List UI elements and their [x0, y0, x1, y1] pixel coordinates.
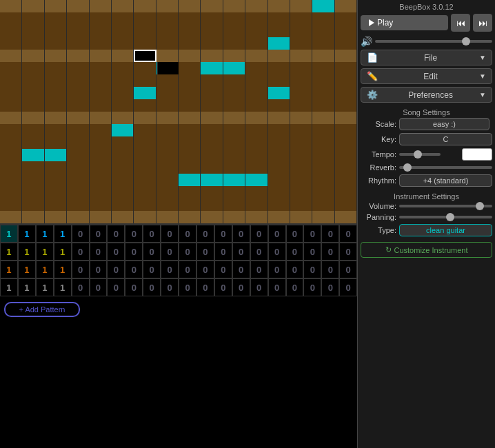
edit-dropdown[interactable]: ✏️ Edit ▼ [361, 68, 492, 84]
play-button[interactable]: Play [361, 15, 448, 30]
pattern-cell-1-18[interactable]: 0 [303, 225, 321, 243]
pattern-cell-3-20[interactable]: 0 [339, 261, 357, 278]
pattern-cell-3-19[interactable]: 0 [321, 261, 339, 278]
pattern-cell-4-6[interactable]: 0 [90, 278, 108, 296]
panning-slider[interactable] [399, 216, 492, 218]
track-row-4[interactable] [0, 37, 357, 50]
reverb-slider[interactable] [399, 166, 492, 169]
pattern-cell-3-9[interactable]: 0 [143, 261, 161, 278]
pattern-cell-1-16[interactable]: 0 [268, 225, 286, 243]
track-row-15[interactable] [0, 174, 357, 186]
pattern-cell-2-11[interactable]: 0 [179, 243, 196, 261]
pattern-cell-2-20[interactable]: 0 [339, 243, 357, 261]
track-row-6[interactable] [0, 62, 357, 74]
pattern-cell-4-19[interactable]: 0 [321, 278, 339, 296]
pattern-cell-2-13[interactable]: 0 [214, 243, 232, 261]
track-row-1[interactable] [0, 0, 357, 12]
pattern-cell-2-7[interactable]: 0 [107, 243, 125, 261]
pattern-cell-1-20[interactable]: 0 [339, 225, 357, 243]
pattern-cell-3-4[interactable]: 1 [54, 261, 72, 278]
pattern-cell-2-8[interactable]: 0 [125, 243, 143, 261]
pattern-cell-2-12[interactable]: 0 [196, 243, 214, 261]
track-row-8[interactable] [0, 87, 357, 99]
pattern-cell-4-17[interactable]: 0 [286, 278, 304, 296]
pattern-cell-2-2[interactable]: 1 [18, 243, 36, 261]
pattern-cell-1-19[interactable]: 0 [321, 225, 339, 243]
pattern-cell-2-18[interactable]: 0 [303, 243, 321, 261]
pattern-cell-3-14[interactable]: 0 [232, 261, 250, 278]
pattern-cell-4-11[interactable]: 0 [179, 278, 196, 296]
pattern-cell-1-4[interactable]: 1 [54, 225, 72, 243]
pattern-cell-2-6[interactable]: 0 [90, 243, 108, 261]
key-select[interactable]: C [399, 133, 492, 145]
pattern-cell-4-3[interactable]: 1 [36, 278, 54, 296]
pattern-cell-1-11[interactable]: 0 [179, 225, 196, 243]
pattern-cell-4-16[interactable]: 0 [268, 278, 286, 296]
pattern-cell-1-3[interactable]: 1 [36, 225, 54, 243]
pattern-cell-1-15[interactable]: 0 [250, 225, 268, 243]
pattern-cell-3-3[interactable]: 1 [36, 261, 54, 278]
pattern-cell-1-6[interactable]: 0 [90, 225, 108, 243]
track-row-7[interactable] [0, 74, 357, 87]
tempo-slider[interactable] [399, 153, 441, 156]
pattern-cell-3-15[interactable]: 0 [250, 261, 268, 278]
pattern-cell-3-7[interactable]: 0 [107, 261, 125, 278]
pattern-cell-4-8[interactable]: 0 [125, 278, 143, 296]
pattern-cell-1-10[interactable]: 0 [161, 225, 179, 243]
pattern-cell-3-5[interactable]: 0 [72, 261, 90, 278]
instrument-volume-slider[interactable] [399, 205, 492, 207]
pattern-cell-3-6[interactable]: 0 [90, 261, 108, 278]
pattern-cell-1-2[interactable]: 1 [18, 225, 36, 243]
track-row-18[interactable] [0, 211, 357, 223]
pattern-cell-1-5[interactable]: 0 [72, 225, 90, 243]
next-button[interactable]: ⏭ [473, 14, 492, 32]
pattern-cell-4-4[interactable]: 1 [54, 278, 72, 296]
pattern-cell-1-9[interactable]: 0 [143, 225, 161, 243]
pattern-cell-3-18[interactable]: 0 [303, 261, 321, 278]
pattern-cell-3-2[interactable]: 1 [18, 261, 36, 278]
pattern-cell-1-8[interactable]: 0 [125, 225, 143, 243]
pattern-cell-1-14[interactable]: 0 [232, 225, 250, 243]
pattern-cell-1-12[interactable]: 0 [196, 225, 214, 243]
pattern-cell-4-1[interactable]: 1 [0, 278, 18, 296]
pattern-cell-2-10[interactable]: 0 [161, 243, 179, 261]
track-row-10[interactable] [0, 112, 357, 124]
pattern-cell-1-13[interactable]: 0 [214, 225, 232, 243]
tempo-input[interactable]: 150 [462, 148, 492, 161]
track-row-3[interactable] [0, 25, 357, 37]
prev-button[interactable]: ⏮ [451, 14, 470, 32]
pattern-cell-3-11[interactable]: 0 [179, 261, 196, 278]
master-volume-slider[interactable] [375, 40, 492, 43]
track-row-14[interactable] [0, 161, 357, 174]
pattern-cell-2-15[interactable]: 0 [250, 243, 268, 261]
pattern-cell-3-12[interactable]: 0 [196, 261, 214, 278]
track-row-5[interactable] [0, 50, 357, 62]
pattern-cell-4-14[interactable]: 0 [232, 278, 250, 296]
pattern-cell-2-17[interactable]: 0 [286, 243, 304, 261]
track-row-12[interactable] [0, 136, 357, 149]
track-row-2[interactable] [0, 12, 357, 25]
track-row-11[interactable] [0, 124, 357, 136]
pattern-cell-3-16[interactable]: 0 [268, 261, 286, 278]
add-pattern-button[interactable]: + Add Pattern [4, 302, 80, 317]
pattern-cell-2-1[interactable]: 1 [0, 243, 18, 261]
pattern-cell-4-15[interactable]: 0 [250, 278, 268, 296]
pattern-cell-1-7[interactable]: 0 [107, 225, 125, 243]
pattern-cell-2-5[interactable]: 0 [72, 243, 90, 261]
pattern-cell-4-13[interactable]: 0 [214, 278, 232, 296]
track-row-17[interactable] [0, 198, 357, 211]
pattern-cell-4-20[interactable]: 0 [339, 278, 357, 296]
scale-select[interactable]: easy :) [399, 118, 489, 130]
pattern-cell-4-10[interactable]: 0 [161, 278, 179, 296]
pattern-cell-3-8[interactable]: 0 [125, 261, 143, 278]
file-dropdown[interactable]: 📄 File ▼ [361, 50, 492, 65]
preferences-dropdown[interactable]: ⚙️ Preferences ▼ [361, 87, 492, 103]
pattern-cell-1-17[interactable]: 0 [286, 225, 304, 243]
pattern-cell-4-7[interactable]: 0 [107, 278, 125, 296]
pattern-cell-2-4[interactable]: 1 [54, 243, 72, 261]
pattern-cell-2-3[interactable]: 1 [36, 243, 54, 261]
pattern-cell-3-13[interactable]: 0 [214, 261, 232, 278]
pattern-cell-1-1[interactable]: 1 [0, 225, 18, 243]
rhythm-select[interactable]: +4 (standard) [399, 174, 492, 187]
pattern-cell-3-17[interactable]: 0 [286, 261, 304, 278]
